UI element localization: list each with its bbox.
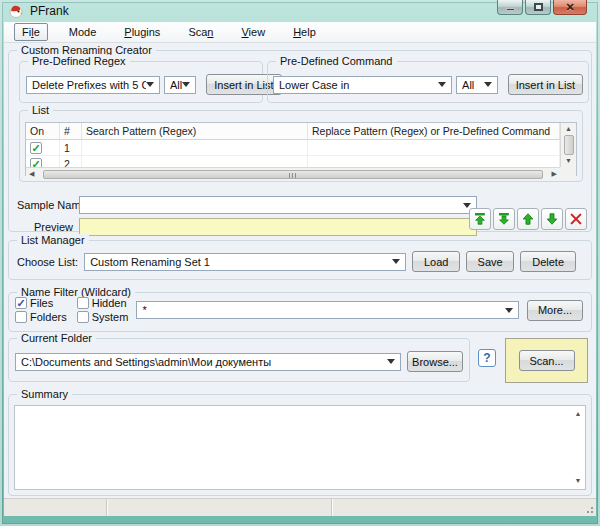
status-panel-1 <box>4 499 107 516</box>
summary-scrollbar[interactable]: ▲ ▼ <box>571 406 585 489</box>
system-checkbox[interactable] <box>77 311 89 323</box>
summary-label: Summary <box>17 388 72 400</box>
predefined-regex-group: Pre-Defined Regex Delete Prefixes with 5… <box>19 61 263 103</box>
system-label: System <box>92 311 129 323</box>
status-panel-2 <box>107 499 332 516</box>
vertical-scrollbar[interactable]: ▲ ▼ <box>560 123 576 167</box>
close-button[interactable]: ✕ <box>553 0 587 15</box>
move-up-button[interactable] <box>517 208 539 230</box>
chevron-down-icon <box>438 82 446 87</box>
delete-button[interactable]: Delete <box>520 251 576 272</box>
menubar: File Mode Plugins Scan View Help <box>4 22 596 43</box>
system-checkbox-row[interactable]: System <box>77 311 129 323</box>
arrow-down-icon <box>545 212 559 226</box>
scrollbar-corner <box>560 167 576 180</box>
scrollbar-thumb[interactable] <box>564 135 574 155</box>
list-manager-label: List Manager <box>17 234 89 246</box>
maximize-icon <box>534 3 543 11</box>
search-pattern-cell[interactable] <box>82 156 308 167</box>
menu-item-file[interactable]: File <box>14 23 48 41</box>
row-enabled-checkbox[interactable]: ✓ <box>30 158 42 168</box>
files-checkbox-row[interactable]: ✓ Files <box>15 297 67 309</box>
preview-field <box>79 218 477 236</box>
move-top-button[interactable] <box>469 208 491 230</box>
row-enabled-checkbox[interactable]: ✓ <box>30 142 42 154</box>
list-label: List <box>28 104 53 116</box>
hidden-checkbox-row[interactable]: Hidden <box>77 297 129 309</box>
row-number: 1 <box>60 140 82 156</box>
status-panel-3 <box>332 499 596 516</box>
menu-item-scan[interactable]: Scan <box>181 24 220 40</box>
regex-scope-select[interactable]: All <box>164 76 196 94</box>
files-label: Files <box>30 297 53 309</box>
menu-item-mode[interactable]: Mode <box>62 24 104 40</box>
list-manager-group: List Manager Choose List: Custom Renamin… <box>8 240 592 280</box>
current-folder-label: Current Folder <box>17 332 96 344</box>
delete-row-button[interactable] <box>565 208 587 230</box>
scroll-up-icon[interactable]: ▲ <box>572 408 585 420</box>
chevron-down-icon <box>146 82 154 87</box>
titlebar[interactable]: PFrank ✕ <box>0 0 600 22</box>
regex-select[interactable]: Delete Prefixes with 5 Characte <box>26 76 160 94</box>
scroll-up-icon[interactable]: ▲ <box>562 123 575 135</box>
chevron-down-icon <box>463 203 471 208</box>
chevron-down-icon <box>392 259 400 264</box>
chevron-down-icon <box>182 82 190 87</box>
search-pattern-cell[interactable] <box>82 140 308 156</box>
load-button[interactable]: Load <box>412 251 460 272</box>
scroll-down-icon[interactable]: ▼ <box>562 155 575 167</box>
folders-checkbox-row[interactable]: Folders <box>15 311 67 323</box>
save-button[interactable]: Save <box>466 251 514 272</box>
arrow-up-icon <box>521 212 535 226</box>
header-num: # <box>60 123 82 140</box>
command-select[interactable]: Lower Case in <box>273 76 452 94</box>
replace-pattern-cell[interactable] <box>308 156 560 167</box>
command-insert-button[interactable]: Insert in List <box>508 74 583 95</box>
chevron-down-icon <box>484 82 492 87</box>
pfrank-window: PFrank ✕ File Mode Plugins Scan View Hel… <box>0 0 600 526</box>
menu-item-help[interactable]: Help <box>286 24 323 40</box>
scroll-right-icon[interactable]: ▶ <box>549 168 560 180</box>
predefined-command-group: Pre-Defined Command Lower Case in All In… <box>267 61 589 103</box>
header-replace: Replace Pattern (Regex) or Pre-Defined C… <box>308 123 560 140</box>
move-down-button[interactable] <box>541 208 563 230</box>
maximize-button[interactable] <box>525 0 551 15</box>
scrollbar-thumb[interactable] <box>43 170 542 179</box>
move-bottom-button[interactable] <box>493 208 515 230</box>
hidden-label: Hidden <box>92 297 127 309</box>
command-scope-select[interactable]: All <box>456 76 498 94</box>
wildcard-pattern-select[interactable]: * <box>136 301 519 319</box>
horizontal-scrollbar[interactable]: ◀ ▶ <box>26 167 560 180</box>
folders-label: Folders <box>30 311 67 323</box>
menu-item-view[interactable]: View <box>234 24 272 40</box>
scroll-left-icon[interactable]: ◀ <box>26 168 37 180</box>
arrow-down-bar-icon <box>497 212 511 226</box>
help-button[interactable]: ? <box>478 349 496 367</box>
scan-button[interactable]: Scan... <box>519 350 575 371</box>
resize-grip[interactable] <box>583 503 594 514</box>
hidden-checkbox[interactable] <box>77 297 89 309</box>
minimize-button[interactable] <box>497 0 523 15</box>
delete-x-icon <box>569 212 583 226</box>
replace-pattern-cell[interactable] <box>308 140 560 156</box>
current-folder-group: Current Folder C:\Documents and Settings… <box>8 338 470 382</box>
folder-path-select[interactable]: C:\Documents and Settings\admin\Мои доку… <box>15 353 401 371</box>
scroll-down-icon[interactable]: ▼ <box>572 475 585 487</box>
browse-button[interactable]: Browse... <box>407 351 463 372</box>
folders-checkbox[interactable] <box>15 311 27 323</box>
scan-highlight-panel: Scan... <box>505 338 588 383</box>
menu-item-plugins[interactable]: Plugins <box>117 24 167 40</box>
files-checkbox[interactable]: ✓ <box>15 297 27 309</box>
preview-label: Preview <box>17 221 73 233</box>
header-search: Search Pattern (Regex) <box>82 123 308 140</box>
sample-name-select[interactable] <box>79 196 477 214</box>
choose-list-select[interactable]: Custom Renaming Set 1 <box>84 253 406 271</box>
summary-textarea[interactable]: ▲ ▼ <box>14 405 586 490</box>
custom-renaming-creator-group: Custom Renaming Creator Pre-Defined Rege… <box>8 50 592 232</box>
list-group: List On # Search Pattern (Regex) Replace… <box>19 110 583 182</box>
more-button[interactable]: More... <box>527 300 583 321</box>
client-area: Custom Renaming Creator Pre-Defined Rege… <box>4 43 596 498</box>
table-row[interactable]: ✓ 1 <box>26 140 560 156</box>
table-row[interactable]: ✓ 2 <box>26 156 560 167</box>
table-header: On # Search Pattern (Regex) Replace Patt… <box>26 123 560 140</box>
